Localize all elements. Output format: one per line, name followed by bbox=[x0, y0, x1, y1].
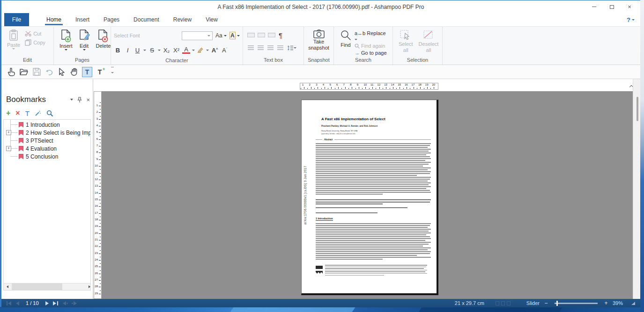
toolbar-overflow-button[interactable] bbox=[107, 67, 118, 77]
line-spacing-button[interactable] bbox=[287, 45, 296, 51]
add-text-button[interactable]: T+ bbox=[95, 67, 105, 77]
tab-document[interactable]: Document bbox=[126, 13, 166, 26]
document-viewport[interactable]: arXiv:1706.00990v1 [cs.DS] 3 Jun 2017 A … bbox=[102, 91, 633, 299]
take-snapshot-button[interactable]: Take snapshot bbox=[305, 29, 332, 52]
superscript-button[interactable]: X² bbox=[172, 47, 180, 54]
panel-close-icon[interactable]: × bbox=[86, 96, 90, 103]
expand-icon[interactable]: + bbox=[6, 146, 11, 151]
copy-button[interactable]: Copy bbox=[23, 38, 47, 47]
close-button[interactable]: × bbox=[621, 0, 638, 13]
highlight-button[interactable] bbox=[197, 47, 204, 53]
tab-review[interactable]: Review bbox=[166, 13, 199, 26]
page-size-label: 21 x 29.7 cm bbox=[455, 300, 484, 306]
font-color-button[interactable]: A bbox=[182, 47, 190, 54]
shrink-font-button[interactable]: Aˉ bbox=[221, 47, 229, 54]
tab-home[interactable]: Home bbox=[39, 13, 68, 26]
help-button[interactable]: ? bbox=[627, 13, 635, 27]
zoom-slider-handle[interactable] bbox=[556, 301, 558, 306]
zoom-out-button[interactable]: − bbox=[543, 300, 549, 306]
page-layout-buttons[interactable] bbox=[496, 301, 511, 305]
go-to-page-button[interactable]: → Go to page bbox=[355, 50, 390, 56]
subscript-button[interactable]: X₂ bbox=[163, 47, 170, 54]
open-file-button[interactable] bbox=[19, 67, 29, 77]
underline-button[interactable]: U bbox=[133, 47, 141, 54]
minimize-button[interactable] bbox=[585, 0, 603, 13]
grow-font-button[interactable]: A˄ bbox=[211, 47, 219, 54]
add-bookmark-button[interactable]: + bbox=[6, 109, 10, 117]
deselect-all-button[interactable]: Deselect all bbox=[416, 29, 442, 54]
scrollbar-thumb[interactable] bbox=[637, 97, 638, 121]
insert-page-button[interactable]: Insert bbox=[57, 29, 75, 51]
touch-mode-button[interactable] bbox=[6, 67, 16, 77]
tab-pages[interactable]: Pages bbox=[96, 13, 126, 26]
edit-page-button[interactable]: Edit bbox=[75, 29, 93, 51]
align-right-icon[interactable] bbox=[267, 45, 274, 51]
bookmark-item[interactable]: +4 Evaluation bbox=[4, 145, 90, 152]
maximize-button[interactable] bbox=[603, 0, 621, 13]
pin-icon[interactable] bbox=[77, 97, 82, 103]
tab-file[interactable]: File bbox=[4, 13, 29, 26]
next-page-button[interactable] bbox=[45, 301, 49, 305]
last-page-button[interactable] bbox=[53, 301, 59, 305]
facing-pages-icon[interactable] bbox=[507, 301, 511, 305]
rename-bookmark-button[interactable]: T bbox=[25, 109, 30, 117]
cut-button[interactable]: Cut bbox=[23, 29, 47, 38]
zoom-slider[interactable] bbox=[555, 303, 598, 304]
tab-view[interactable]: View bbox=[199, 13, 225, 26]
wand-icon[interactable] bbox=[35, 110, 41, 116]
continuous-page-icon[interactable] bbox=[501, 301, 505, 305]
undo-button[interactable] bbox=[44, 67, 54, 77]
scroll-right-icon[interactable] bbox=[83, 283, 90, 290]
text-tool-icon: T bbox=[85, 68, 89, 76]
panel-menu-icon[interactable] bbox=[70, 99, 73, 101]
single-page-icon[interactable] bbox=[496, 301, 499, 305]
textbox-style-icon[interactable] bbox=[268, 33, 275, 37]
find-again-button[interactable]: Find again bbox=[355, 43, 390, 49]
textbox-style-icon[interactable] bbox=[247, 33, 255, 37]
delete-page-label: Delete bbox=[96, 43, 111, 49]
italic-button[interactable]: I bbox=[124, 47, 132, 54]
select-all-button[interactable]: Select all bbox=[396, 29, 416, 54]
pdf-page[interactable]: arXiv:1706.00990v1 [cs.DS] 3 Jun 2017 A … bbox=[301, 100, 438, 295]
save-button[interactable] bbox=[31, 67, 42, 77]
previous-view-button[interactable] bbox=[62, 301, 68, 305]
delete-bookmark-button[interactable]: × bbox=[15, 109, 20, 117]
align-left-icon[interactable] bbox=[248, 45, 254, 51]
align-center-icon[interactable] bbox=[258, 45, 264, 51]
previous-page-button[interactable] bbox=[15, 301, 19, 305]
strikethrough-button[interactable]: S bbox=[148, 47, 156, 54]
lipics-logo bbox=[316, 271, 323, 274]
font-size-combo[interactable] bbox=[182, 31, 213, 40]
bookmark-item[interactable]: 5 Conclusion bbox=[4, 152, 90, 160]
expand-icon[interactable]: + bbox=[6, 130, 11, 135]
select-tool-button[interactable] bbox=[57, 67, 67, 77]
find-button[interactable]: Find bbox=[337, 29, 355, 49]
replace-button[interactable]: a↔b Replace bbox=[355, 30, 390, 42]
zoom-in-button[interactable]: + bbox=[603, 300, 609, 306]
textbox-style-icon[interactable] bbox=[258, 33, 265, 37]
delete-page-button[interactable]: Delete bbox=[93, 29, 114, 50]
bold-button[interactable]: B bbox=[114, 47, 122, 54]
text-style-button[interactable]: A bbox=[229, 32, 240, 39]
text-tool-button[interactable]: T bbox=[82, 67, 92, 77]
search-bookmark-icon[interactable] bbox=[46, 110, 53, 117]
first-page-button[interactable] bbox=[6, 301, 12, 305]
align-justify-icon[interactable] bbox=[277, 45, 283, 51]
bookmark-item[interactable]: 1 Introduction bbox=[4, 121, 90, 129]
tab-insert[interactable]: Insert bbox=[68, 13, 96, 26]
scroll-left-icon[interactable] bbox=[4, 283, 11, 290]
change-case-button[interactable]: Aa bbox=[215, 32, 227, 39]
paste-button[interactable]: Paste bbox=[4, 29, 23, 51]
bookmark-item[interactable]: 3 PTSelect bbox=[4, 137, 90, 145]
fit-page-icon[interactable] bbox=[631, 302, 635, 305]
pilcrow-button[interactable]: ¶ bbox=[279, 31, 282, 39]
pan-tool-button[interactable] bbox=[69, 67, 80, 77]
group-label-edit: Edit bbox=[4, 56, 51, 65]
next-view-button[interactable] bbox=[72, 301, 77, 305]
scrollbar-thumb[interactable] bbox=[12, 283, 62, 290]
group-label-pages: Pages bbox=[57, 56, 108, 65]
bookmarks-h-scrollbar[interactable] bbox=[4, 283, 90, 290]
bookmark-item[interactable]: +2 How Select is Being Implem bbox=[4, 129, 90, 137]
bookmark-label: 5 Conclusion bbox=[26, 153, 58, 160]
footnote-block bbox=[316, 265, 427, 276]
